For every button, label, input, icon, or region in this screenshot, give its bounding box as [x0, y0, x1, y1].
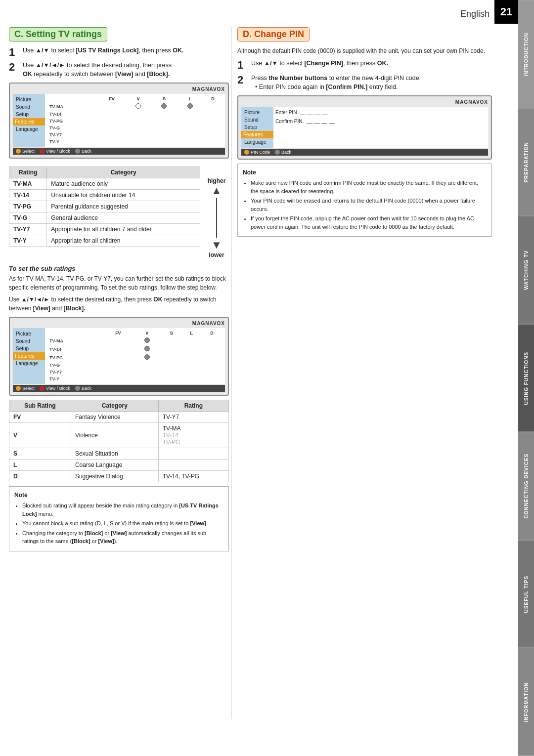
sidebar-tab-introduction: INTRODUCTION [518, 0, 534, 108]
cat-fv: Fantasy Violence [71, 412, 158, 423]
back-btn-d-icon [275, 150, 280, 155]
cpin-dash-4 [329, 118, 335, 124]
table-row: TV-Y Appropriate for all children [9, 235, 200, 247]
col-rating: Rating [9, 167, 47, 178]
tv-brand-2: MAGNAVOX [13, 321, 225, 326]
pin-intro: Although the default PIN code (0000) is … [237, 46, 492, 55]
pin-menu-features: Features [241, 131, 273, 138]
step-1-number: 1 [9, 46, 23, 58]
sidebar-tab-information: INFORMATION [518, 648, 534, 756]
menu-features: Features [13, 118, 45, 126]
tv-rating-grid-1: FVVSLD TV-MA TV-14 T [47, 95, 223, 146]
category-tv-14: Unsuitable for children under 14 [47, 190, 200, 201]
enter-pin-dashes [300, 109, 328, 115]
column-divider [231, 27, 232, 719]
sub-ratings-heading: To set the sub ratings [9, 265, 229, 272]
enter-pin-label: Enter PIN [275, 110, 297, 115]
cpin-dash-2 [314, 118, 320, 124]
tv-menu-1: Picture Sound Setup Features Language FV… [13, 94, 225, 147]
menu-sound: Sound [16, 103, 42, 111]
tv-menu-right-1: FVVSLD TV-MA TV-14 T [45, 94, 225, 147]
page-number: 21 [494, 0, 518, 24]
note-list-d: Make sure new PIN code and confirm PIN c… [243, 179, 487, 231]
sub-s: S [9, 448, 71, 460]
arrow-indicator: ▲ ▼ [211, 184, 222, 252]
pin-menu-right: Enter PIN Confirm PIN. [273, 107, 488, 148]
tv-menu-right-2: FVVSLD TV-MA TV-14 T [45, 328, 225, 384]
arrow-line [216, 198, 217, 238]
pin-menu-language: Language [244, 138, 270, 146]
rating-tv-y: TV-Y [9, 235, 47, 247]
pin-code-btn: PIN Code [244, 150, 270, 155]
pin-tv-menu: Picture Sound Setup Features Language En… [241, 107, 488, 148]
back-btn-icon [75, 149, 80, 154]
category-tv-y: Appropriate for all children [47, 235, 200, 247]
view-block-btn-icon [40, 149, 44, 154]
tv-rating-grid-2: FVVSLD TV-MA TV-14 T [47, 329, 223, 383]
sub-l: L [9, 460, 71, 471]
menu2-language: Language [16, 360, 42, 367]
table-row: TV-14 Unsuitable for children under 14 [9, 190, 200, 201]
rating-tv-ma: TV-MA [9, 178, 47, 190]
tv-menu-2: Picture Sound Setup Features Language FV… [13, 328, 225, 384]
cpin-dash-1 [307, 118, 312, 124]
note-d-item-1: Make sure new PIN code and confirm PIN c… [251, 179, 487, 195]
col-sub-rating-val: Rating [158, 400, 228, 412]
category-tv-ma: Mature audience only [47, 178, 200, 190]
table-row: S Sexual Situation [9, 448, 229, 460]
note-box-d: Note Make sure new PIN code and confirm … [237, 164, 492, 237]
cat-s: Sexual Situation [71, 448, 158, 460]
note-d-item-3: If you forget the PIN code, unplug the A… [251, 214, 487, 231]
confirm-pin-label: Confirm PIN. [275, 119, 304, 124]
lower-label: lower [209, 252, 224, 258]
note-item: You cannot block a sub rating (D, L, S o… [22, 519, 223, 528]
menu-language: Language [16, 126, 42, 133]
pin-menu-sound: Sound [244, 116, 270, 124]
menu2-features: Features [13, 352, 45, 360]
menu2-setup: Setup [16, 345, 42, 352]
section-d-heading: D. Change PIN [237, 27, 310, 42]
pin-dash-1 [300, 109, 306, 115]
menu2-sound: Sound [16, 337, 42, 345]
rat-d: TV-14, TV-PG [158, 471, 228, 482]
rat-s [158, 448, 228, 460]
category-tv-y7: Appropriate for all children 7 and older [47, 224, 200, 235]
enter-pin-row: Enter PIN [275, 108, 486, 117]
sub-v: V [9, 423, 71, 448]
pin-menu-picture: Picture [244, 109, 270, 116]
note-box-c: Note Blocked sub rating will appear besi… [9, 486, 229, 551]
tv-bottom-bar-1: Select View / Block Back [13, 148, 225, 155]
cat-d: Suggestive Dialog [71, 471, 158, 482]
back-btn-d: Back [275, 150, 291, 155]
pin-menu-left: Picture Sound Setup Features Language [241, 107, 273, 148]
col-sub-category: Category [71, 400, 158, 412]
rating-tv-14: TV-14 [9, 190, 47, 201]
step-d2-number: 2 [237, 74, 251, 91]
arrow-up: ▲ [211, 184, 222, 197]
select-btn2-icon [16, 386, 21, 391]
sub-ratings-body2: Use ▲/▼/◄/► to select the desired rating… [9, 295, 229, 313]
sidebar-tab-using-functions: USING FUNCTIONS [518, 324, 534, 432]
sidebar-tab-useful-tips: USEFUL TIPS [518, 540, 534, 648]
sidebar-tabs: INTRODUCTION PREPARATION WATCHING TV USI… [518, 0, 534, 756]
note-item: Blocked sub rating will appear beside th… [22, 502, 223, 518]
table-row: TV-Y7 Appropriate for all children 7 and… [9, 224, 200, 235]
category-tv-g: General audience [47, 212, 200, 224]
table-row: TV-MA Mature audience only [9, 178, 200, 190]
tv-menu-left-2: Picture Sound Setup Features Language [13, 328, 45, 384]
ratings-section: Rating Category TV-MA Mature audience on… [9, 163, 229, 261]
col-sub-rating: Sub Rating [9, 400, 71, 412]
step-2: 2 Use ▲/▼/◄/► to select the desired rati… [9, 61, 229, 79]
step-d1-number: 1 [237, 59, 251, 71]
pin-dash-2 [307, 109, 313, 115]
sub-d: D [9, 471, 71, 482]
rat-fv: TV-Y7 [158, 412, 228, 423]
ratings-table: Rating Category TV-MA Mature audience on… [9, 167, 200, 247]
sub-ratings-table: Sub Rating Category Rating FV Fantasy Vi… [9, 400, 229, 482]
rating-tv-g: TV-G [9, 212, 47, 224]
rating-tv-y7: TV-Y7 [9, 224, 47, 235]
rating-tv-pg: TV-PG [9, 201, 47, 212]
step-2-text: Use ▲/▼/◄/► to select the desired rating… [23, 61, 172, 79]
menu-setup: Setup [16, 111, 42, 118]
table-row: L Coarse Language [9, 460, 229, 471]
